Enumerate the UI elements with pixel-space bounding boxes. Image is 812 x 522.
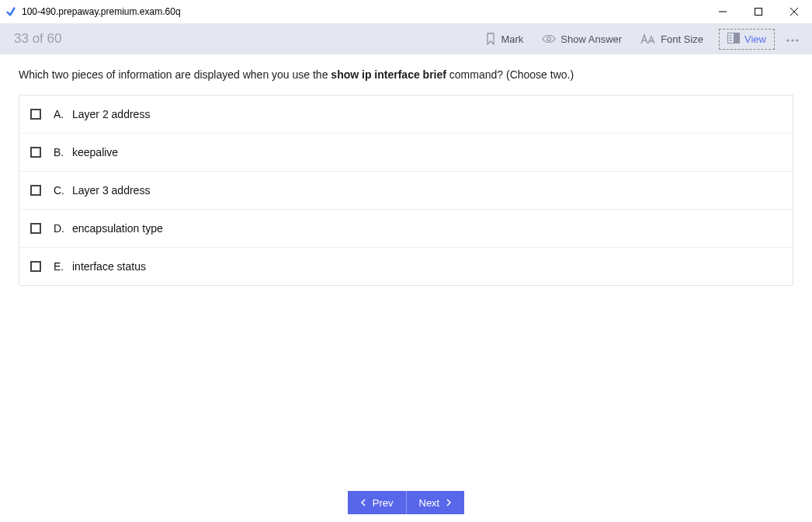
- question-prefix: Which two pieces of information are disp…: [19, 68, 331, 81]
- minimize-button[interactable]: [705, 0, 741, 23]
- svg-point-4: [547, 37, 551, 41]
- nav-group: Prev Next: [348, 491, 464, 514]
- view-button[interactable]: View: [719, 29, 775, 50]
- toolbar: 33 of 60 Mark Show Answer Font Size View: [0, 23, 812, 54]
- svg-rect-6: [734, 33, 740, 43]
- checkbox-icon: [30, 223, 41, 234]
- mark-button[interactable]: Mark: [485, 33, 523, 45]
- question-suffix: command? (Choose two.): [446, 68, 574, 81]
- option-c[interactable]: C. Layer 3 address: [19, 172, 793, 210]
- question-text: Which two pieces of information are disp…: [19, 68, 793, 81]
- checkbox-icon: [30, 109, 41, 120]
- app-logo-icon: [5, 5, 17, 18]
- next-button[interactable]: Next: [407, 491, 465, 514]
- chevron-right-icon: [446, 497, 452, 509]
- close-button[interactable]: [776, 0, 812, 23]
- option-d[interactable]: D. encapsulation type: [19, 210, 793, 248]
- option-letter: E.: [54, 260, 72, 273]
- option-e[interactable]: E. interface status: [19, 248, 793, 285]
- svg-point-11: [791, 39, 793, 41]
- footer-nav: Prev Next: [0, 491, 812, 514]
- question-progress: 33 of 60: [14, 31, 61, 47]
- chevron-left-icon: [360, 497, 366, 509]
- more-button[interactable]: [786, 33, 800, 45]
- option-text: interface status: [72, 260, 146, 273]
- eye-icon: [542, 33, 556, 44]
- more-icon: [786, 33, 800, 45]
- svg-point-10: [786, 39, 789, 41]
- mark-label: Mark: [501, 33, 523, 45]
- next-label: Next: [419, 497, 440, 509]
- option-letter: D.: [54, 222, 72, 235]
- option-b[interactable]: B. keepalive: [19, 134, 793, 172]
- svg-point-12: [796, 39, 798, 41]
- checkbox-icon: [30, 147, 41, 158]
- bookmark-icon: [485, 33, 496, 45]
- option-text: encapsulation type: [72, 222, 163, 235]
- view-label: View: [744, 33, 766, 45]
- option-text: Layer 3 address: [72, 184, 150, 197]
- view-panel-icon: [727, 33, 740, 46]
- option-text: keepalive: [72, 146, 118, 158]
- option-a[interactable]: A. Layer 2 address: [19, 96, 793, 134]
- show-answer-label: Show Answer: [560, 33, 622, 45]
- option-text: Layer 2 address: [72, 108, 150, 120]
- options-list: A. Layer 2 address B. keepalive C. Layer…: [19, 95, 793, 286]
- window-controls: [705, 0, 812, 23]
- font-size-icon: [640, 33, 656, 45]
- svg-rect-1: [755, 9, 762, 16]
- font-size-button[interactable]: Font Size: [640, 33, 703, 45]
- show-answer-button[interactable]: Show Answer: [542, 33, 622, 45]
- font-size-label: Font Size: [661, 33, 703, 45]
- prev-button[interactable]: Prev: [348, 491, 407, 514]
- checkbox-icon: [30, 185, 41, 196]
- window-title: 100-490.prepaway.premium.exam.60q: [22, 6, 705, 17]
- option-letter: A.: [54, 108, 72, 120]
- titlebar: 100-490.prepaway.premium.exam.60q: [0, 0, 812, 23]
- maximize-button[interactable]: [741, 0, 776, 23]
- question-area: Which two pieces of information are disp…: [0, 54, 812, 300]
- option-letter: B.: [54, 146, 72, 158]
- checkbox-icon: [30, 261, 41, 272]
- question-command: show ip interface brief: [331, 68, 446, 81]
- prev-label: Prev: [373, 497, 394, 509]
- option-letter: C.: [54, 184, 72, 197]
